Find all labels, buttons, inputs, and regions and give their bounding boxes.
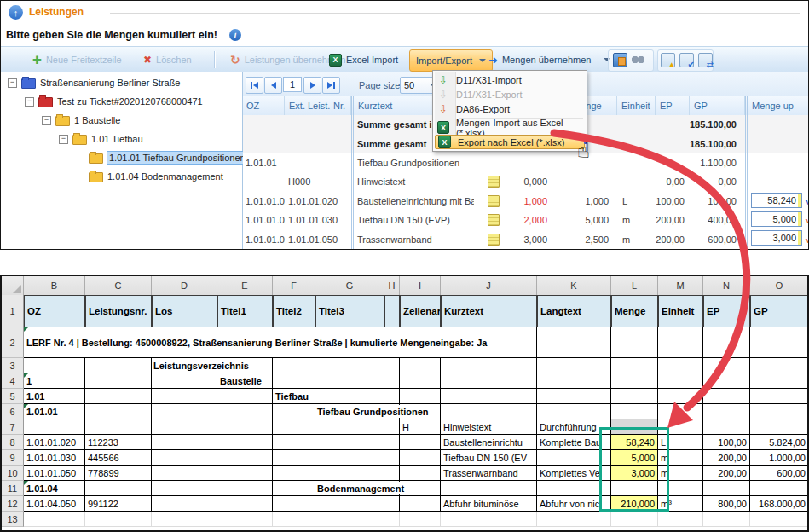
grid-cell-ext[interactable] [285, 153, 351, 172]
excel-cell-I12[interactable] [400, 496, 441, 512]
excel-cell-O12[interactable]: 168.000,00 [750, 496, 809, 512]
excel-cell-F12[interactable] [273, 496, 315, 512]
excel-cell-C4[interactable] [85, 373, 152, 389]
excel-cell-K13[interactable] [537, 512, 611, 527]
excel-cell-N13[interactable] [703, 512, 750, 527]
grid-column-header[interactable]: EP [656, 96, 690, 115]
grid-cell-ext[interactable]: 1.01.01.030 [285, 211, 351, 229]
grid-cell-ep[interactable] [656, 134, 690, 153]
excel-cell-I4[interactable] [400, 373, 441, 389]
excel-cell-F8[interactable] [273, 435, 315, 450]
excel-cell-B9[interactable]: 1.01.01.030 [24, 450, 85, 466]
excel-row-header[interactable]: 12 [2, 496, 24, 512]
excel-import-button[interactable]: X Excel Import [323, 49, 404, 70]
grid-column-header[interactable]: OZ [242, 96, 285, 115]
grid-cell-einheit[interactable]: m [617, 229, 656, 248]
excel-cell-E10[interactable] [217, 466, 273, 481]
grid-cell-ext[interactable] [285, 115, 351, 134]
excel-cell-F11[interactable] [273, 481, 315, 496]
excel-cell-F4[interactable] [273, 373, 315, 389]
excel-cell-L2[interactable] [611, 327, 658, 358]
excel-cell-O3[interactable] [750, 358, 809, 373]
excel-col-header-N[interactable]: N [703, 276, 750, 295]
excel-cell-D10[interactable] [152, 466, 217, 481]
excel-cell-M5[interactable] [658, 389, 703, 404]
excel-cell-N5[interactable] [703, 389, 750, 404]
excel-cell-O7[interactable] [750, 419, 809, 435]
excel-cell-F6[interactable] [273, 404, 315, 419]
grid-cell-note[interactable] [474, 229, 512, 248]
excel-col-header-K[interactable]: K [537, 276, 611, 295]
excel-row-header[interactable]: 1 [2, 295, 24, 327]
excel-cell-F9[interactable] [273, 450, 315, 466]
grid-column-header[interactable]: Menge up [745, 96, 809, 115]
excel-cell-H13[interactable] [384, 512, 400, 527]
grid-cell-note[interactable] [474, 172, 512, 191]
excel-col-header-G[interactable]: G [315, 276, 384, 295]
excel-cell-I7[interactable]: H [400, 419, 441, 435]
excel-cell-H4[interactable] [384, 373, 400, 389]
grid-cell-m1[interactable] [512, 153, 561, 172]
excel-cell-B11[interactable]: 1.01.04 [24, 481, 85, 496]
excel-cell-B2[interactable]: LERF Nr. 4 | Bestellung: 4500008922, Str… [24, 327, 537, 358]
take-quantities-button[interactable]: ➜ Mengen übernehmen [483, 49, 616, 70]
excel-cell-N12[interactable]: 800,00 [703, 496, 750, 512]
grid-cell-oz[interactable] [242, 172, 285, 191]
excel-row-header[interactable]: 10 [2, 466, 24, 481]
excel-cell-D3[interactable]: Leistungsverzeichnis [152, 358, 217, 373]
tree-expander-icon[interactable]: − [25, 97, 34, 107]
excel-row-header[interactable]: 8 [2, 435, 24, 450]
excel-cell-B4[interactable]: 1 [24, 373, 85, 389]
grid-cell-oz[interactable] [242, 134, 285, 153]
tree-item[interactable]: −Straßensanierung Berliner Straße [8, 74, 180, 91]
excel-cell-M13[interactable] [658, 512, 703, 527]
grid-cell-kurz[interactable]: Trassenwarnband [351, 229, 474, 248]
excel-cell-K6[interactable] [537, 404, 611, 419]
tree-item[interactable]: −1 Baustelle [42, 112, 120, 129]
excel-cell-J9[interactable]: Tiefbau DN 150 (EV [441, 450, 537, 466]
grid-cell-oz[interactable]: 1.01.01 [242, 153, 285, 172]
grid-cell-kurz[interactable]: Tiefbau DN 150 (EVP) [351, 211, 474, 229]
excel-cell-J7[interactable]: Hinweistext [441, 419, 537, 435]
excel-cell-G6[interactable]: Tiefbau Grundpositionen [315, 404, 384, 419]
grid-cell-oz[interactable]: 1.01.01.030 [242, 211, 285, 229]
excel-row-header[interactable]: 13 [2, 512, 24, 527]
excel-cell-I8[interactable] [400, 435, 441, 450]
excel-cell-L6[interactable] [611, 404, 658, 419]
excel-cell-O11[interactable] [750, 481, 809, 496]
excel-col-header-F[interactable]: F [273, 276, 315, 295]
excel-cell-L13[interactable] [611, 512, 658, 527]
excel-cell-G11[interactable]: Bodenmanagement [315, 481, 384, 496]
excel-cell-E7[interactable] [217, 419, 273, 435]
excel-cell-K3[interactable] [537, 358, 611, 373]
excel-cell-C3[interactable] [85, 358, 152, 373]
menge-up-input[interactable]: 58,240 [751, 193, 802, 208]
excel-cell-O10[interactable]: 600,00 [750, 466, 809, 481]
grid-cell-up[interactable]: 5,000√x [745, 211, 809, 229]
excel-col-header-L[interactable]: L [611, 276, 658, 295]
delete-button[interactable]: ✖ Löschen [137, 49, 198, 70]
grid-cell-gp[interactable]: 1.100,00 [690, 153, 745, 172]
menu-item-export-excel[interactable]: X Export nach Excel (*.xlsx) [435, 135, 585, 149]
select-all-corner[interactable] [2, 276, 24, 295]
excel-cell-G5[interactable] [315, 389, 384, 404]
excel-row-header[interactable]: 6 [2, 404, 24, 419]
new-freetext-button[interactable]: ✚ Neue Freitextzeile [26, 49, 128, 70]
grid-cell-kurz[interactable]: Tiefbau Grundpositionen [351, 153, 474, 172]
excel-cell-D4[interactable] [152, 373, 217, 389]
info-icon[interactable]: i [229, 29, 241, 41]
grid-cell-ep[interactable]: 100,00 [656, 192, 690, 211]
excel-cell-N2[interactable] [703, 327, 750, 358]
excel-cell-I10[interactable] [400, 466, 441, 481]
excel-cell-M2[interactable] [658, 327, 703, 358]
excel-cell-J3[interactable] [441, 358, 537, 373]
grid-cell-ext[interactable]: 1.01.01.020 [285, 192, 351, 211]
menu-item-da86-export[interactable]: ⇩ DA86-Export [435, 101, 585, 116]
grid-column-header[interactable]: GP [690, 96, 745, 115]
grid-row[interactable]: 1.01.01.0201.01.01.020Baustelleneinricht… [243, 192, 808, 211]
grid-cell-ep[interactable]: 200,00 [656, 229, 690, 248]
excel-cell-B1[interactable]: OZ [24, 295, 85, 327]
excel-cell-L4[interactable] [611, 373, 658, 389]
excel-cell-K5[interactable] [537, 389, 611, 404]
menu-item-d11-import[interactable]: ⇩ D11/X31-Import [435, 72, 585, 87]
